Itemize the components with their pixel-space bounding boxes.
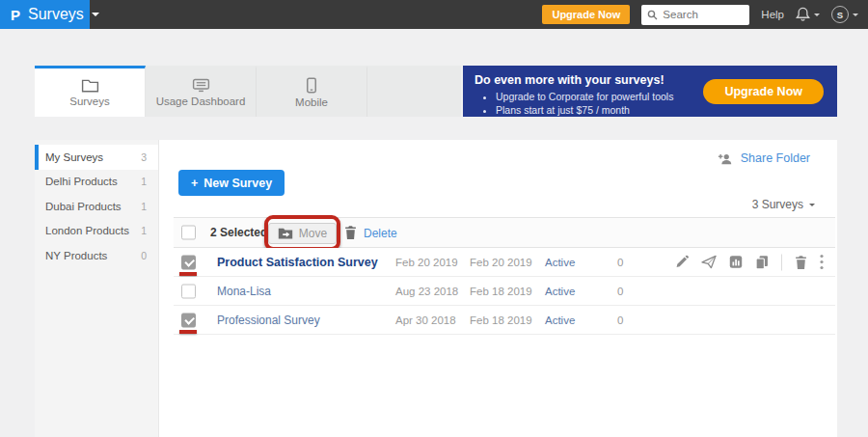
folder-label: Delhi Products — [45, 176, 118, 187]
responses-count: 0 — [617, 257, 623, 268]
row-checkbox[interactable] — [181, 313, 196, 327]
mobile-icon — [306, 77, 317, 94]
tab-usage-dashboard[interactable]: Usage Dashboard — [146, 66, 257, 117]
duplicate-icon[interactable] — [755, 255, 769, 269]
share-folder-link[interactable]: Share Folder — [718, 151, 810, 165]
product-name: Surveys — [28, 6, 84, 23]
move-to-folder-icon — [278, 227, 293, 239]
folder-icon — [81, 78, 99, 93]
folder-count: 1 — [141, 225, 147, 236]
search-box[interactable] — [641, 5, 749, 25]
banner-bullet: Plans start at just $75 / month — [496, 103, 826, 117]
app-screen: P Surveys Upgrade Now Help S — [0, 0, 868, 437]
row-checkbox[interactable] — [181, 284, 196, 298]
upgrade-now-button[interactable]: Upgrade Now — [542, 5, 630, 24]
chevron-down-icon — [809, 204, 815, 206]
annotation-highlight-box: Move — [264, 215, 340, 251]
move-label: Move — [299, 227, 327, 240]
created-date: Apr 30 2018 — [395, 314, 456, 326]
folder-count: 1 — [141, 201, 147, 212]
folder-label: Dubai Products — [45, 201, 122, 212]
new-survey-button[interactable]: + New Survey — [178, 170, 285, 196]
folder-count: 3 — [141, 151, 147, 163]
annotation-underline — [179, 330, 197, 334]
help-link[interactable]: Help — [761, 9, 784, 20]
tab-label: Mobile — [295, 96, 328, 108]
row-actions — [675, 254, 824, 270]
folder-label: My Surveys — [45, 151, 103, 163]
account-menu[interactable]: S — [831, 6, 858, 23]
delete-label: Delete — [364, 226, 397, 239]
responses-count: 0 — [617, 286, 623, 297]
created-date: Feb 20 2019 — [395, 257, 458, 268]
folder-label: NY Products — [45, 250, 107, 261]
status-link[interactable]: Active — [545, 314, 575, 326]
annotation-underline — [179, 272, 197, 276]
table-row: Product Satisfaction Survey Feb 20 2019 … — [174, 248, 835, 277]
send-icon[interactable] — [701, 256, 717, 269]
tab-surveys[interactable]: Surveys — [35, 66, 146, 117]
actions-divider — [781, 254, 782, 270]
modified-date: Feb 18 2019 — [470, 314, 532, 326]
modified-date: Feb 18 2019 — [470, 286, 532, 297]
new-survey-label: New Survey — [203, 177, 272, 190]
delete-row-icon[interactable] — [795, 255, 807, 269]
reports-icon[interactable] — [729, 256, 743, 269]
status-link[interactable]: Active — [545, 286, 575, 297]
select-all-checkbox[interactable] — [181, 226, 196, 240]
promo-banner: Do even more with your surveys! Upgrade … — [463, 66, 837, 117]
add-person-icon — [718, 152, 734, 165]
brand-logo: P — [11, 8, 20, 22]
chevron-down-icon — [853, 14, 858, 16]
folder-count: 0 — [141, 250, 147, 261]
notifications-menu[interactable] — [796, 7, 820, 22]
top-bar: P Surveys Upgrade Now Help S — [0, 0, 868, 29]
delete-selected-button[interactable]: Delete — [344, 226, 397, 240]
topbar-actions: Upgrade Now Help S — [542, 5, 868, 25]
tab-mobile[interactable]: Mobile — [257, 66, 367, 117]
tab-label: Surveys — [69, 96, 110, 107]
surveys-count-label: 3 Surveys — [752, 198, 803, 211]
search-icon — [647, 10, 658, 20]
responses-count: 0 — [617, 314, 623, 326]
sidebar-item-delhi-products[interactable]: Delhi Products 1 — [35, 170, 158, 195]
trash-icon — [344, 226, 357, 240]
share-folder-label: Share Folder — [741, 151, 810, 165]
sidebar-item-london-products[interactable]: London Products 1 — [35, 219, 158, 244]
sidebar-item-ny-products[interactable]: NY Products 0 — [35, 243, 158, 268]
folder-count: 1 — [141, 176, 147, 187]
sidebar-item-my-surveys[interactable]: My Surveys 3 — [35, 145, 158, 170]
created-date: Aug 23 2018 — [395, 286, 458, 297]
banner-upgrade-button[interactable]: Upgrade Now — [703, 79, 824, 104]
status-link[interactable]: Active — [545, 257, 575, 268]
content-panel: My Surveys 3 Delhi Products 1 Dubai Prod… — [35, 140, 837, 437]
modified-date: Feb 20 2019 — [470, 257, 532, 268]
table-row: Mona-Lisa Aug 23 2018 Feb 18 2019 Active… — [174, 277, 835, 306]
selection-header-row: 2 Selected Move Delete — [174, 217, 835, 248]
chevron-down-icon — [814, 14, 820, 16]
row-checkbox[interactable] — [181, 255, 196, 269]
bell-icon — [796, 7, 810, 22]
avatar: S — [831, 6, 849, 23]
search-input[interactable] — [663, 9, 740, 20]
folder-label: London Products — [45, 225, 129, 236]
tab-label: Usage Dashboard — [156, 96, 246, 107]
section-tabs: Surveys Usage Dashboard Mobile — [35, 66, 461, 117]
dashboard-icon — [192, 78, 210, 93]
survey-title-link[interactable]: Professional Survey — [217, 314, 320, 327]
surveys-count-dropdown[interactable]: 3 Surveys — [752, 198, 815, 211]
selected-count-label: 2 Selected — [210, 226, 267, 239]
sidebar-item-dubai-products[interactable]: Dubai Products 1 — [35, 194, 158, 219]
move-button[interactable]: Move — [268, 223, 337, 244]
survey-title-link[interactable]: Mona-Lisa — [217, 285, 271, 298]
edit-icon[interactable] — [675, 256, 689, 269]
table-row: Professional Survey Apr 30 2018 Feb 18 2… — [174, 306, 835, 335]
survey-title-link[interactable]: Product Satisfaction Survey — [217, 256, 378, 269]
product-switcher[interactable]: P Surveys — [0, 0, 90, 29]
chevron-down-icon — [92, 13, 99, 16]
folders-sidebar: My Surveys 3 Delhi Products 1 Dubai Prod… — [35, 140, 159, 437]
surveys-table: 2 Selected Move Delete — [174, 217, 835, 335]
more-options-icon[interactable] — [820, 255, 824, 270]
plus-icon: + — [191, 177, 198, 190]
